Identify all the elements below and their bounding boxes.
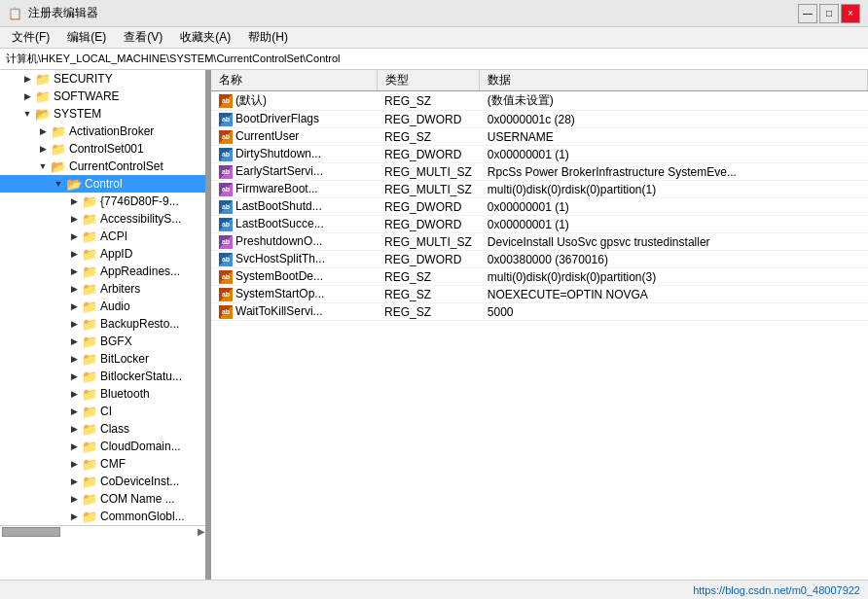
expand-clouddomain[interactable]: ▶ <box>66 439 82 454</box>
menu-edit[interactable]: 编辑(E) <box>59 27 114 48</box>
table-row[interactable]: abWaitToKillServi...REG_SZ5000 <box>211 303 868 321</box>
table-row[interactable]: abFirmwareBoot...REG_MULTI_SZmulti(0)dis… <box>211 181 868 198</box>
tree-scroll-right-btn[interactable]: ▶ <box>198 526 205 537</box>
cell-name: abFirmwareBoot... <box>211 181 377 198</box>
reg-type-icon: ab <box>219 200 233 214</box>
cell-data: 5000 <box>480 303 868 321</box>
col-header-type[interactable]: 类型 <box>377 70 480 91</box>
expand-commonglobl[interactable]: ▶ <box>66 509 82 524</box>
tree-item-arbiters[interactable]: ▶ 📁 Arbiters <box>0 280 205 298</box>
menu-help[interactable]: 帮助(H) <box>240 27 296 48</box>
tree-item-acpi[interactable]: ▶ 📁 ACPI <box>0 228 205 245</box>
cell-data: 0x00380000 (3670016) <box>480 251 868 268</box>
table-row[interactable]: abSvcHostSplitTh...REG_DWORD0x00380000 (… <box>211 251 868 268</box>
tree-label-activationbroker: ActivationBroker <box>69 124 154 138</box>
tree-item-currentcontrolset[interactable]: ▼ 📂 CurrentControlSet <box>0 158 205 175</box>
tree-hscrollbar-thumb[interactable] <box>2 527 60 537</box>
tree-item-codeviceinst[interactable]: ▶ 📁 CoDeviceInst... <box>0 473 205 490</box>
table-row[interactable]: abSystemBootDe...REG_SZmulti(0)disk(0)rd… <box>211 268 868 286</box>
expand-comname[interactable]: ▶ <box>66 491 82 507</box>
tree-item-accessibilitys[interactable]: ▶ 📁 AccessibilityS... <box>0 210 205 228</box>
table-row[interactable]: abSystemStartOp...REG_SZ NOEXECUTE=OPTIN… <box>211 286 868 303</box>
expand-appreadines[interactable]: ▶ <box>66 264 82 279</box>
expand-bitlockerstatu[interactable]: ▶ <box>66 369 82 384</box>
menu-favorites[interactable]: 收藏夹(A) <box>172 27 238 48</box>
expand-activationbroker[interactable]: ▶ <box>35 123 51 139</box>
cell-name-text: SystemBootDe... <box>235 269 323 283</box>
tree-item-clouddomain[interactable]: ▶ 📁 CloudDomain... <box>0 438 205 455</box>
expand-appid[interactable]: ▶ <box>66 246 82 262</box>
tree-hscrollbar[interactable]: ▶ <box>0 525 205 537</box>
expand-arbiters[interactable]: ▶ <box>66 281 82 297</box>
expand-control[interactable]: ▼ <box>51 176 66 192</box>
minimize-button[interactable]: — <box>798 4 817 23</box>
tree-item-bgfx[interactable]: ▶ 📁 BGFX <box>0 333 205 350</box>
expand-codeviceinst[interactable]: ▶ <box>66 474 82 489</box>
expand-bitlocker[interactable]: ▶ <box>66 351 82 367</box>
expand-backupresto[interactable]: ▶ <box>66 316 82 332</box>
status-bar: https://blog.csdn.net/m0_48007922 <box>0 580 868 599</box>
table-row[interactable]: abLastBootSucce...REG_DWORD0x00000001 (1… <box>211 216 868 233</box>
tree-item-backupresto[interactable]: ▶ 📁 BackupResto... <box>0 315 205 333</box>
tree-item-activationbroker[interactable]: ▶ 📁 ActivationBroker <box>0 123 205 140</box>
tree-item-bluetooth[interactable]: ▶ 📁 Bluetooth <box>0 385 205 403</box>
col-header-name[interactable]: 名称 <box>211 70 377 91</box>
tree-item-cmf[interactable]: ▶ 📁 CMF <box>0 455 205 473</box>
menu-view[interactable]: 查看(V) <box>116 27 170 48</box>
expand-audio[interactable]: ▶ <box>66 299 82 314</box>
menu-file[interactable]: 文件(F) <box>4 27 57 48</box>
expand-security[interactable]: ▶ <box>19 71 35 87</box>
expand-acpi[interactable]: ▶ <box>66 229 82 244</box>
reg-type-icon: ab <box>219 113 233 126</box>
table-row[interactable]: abCurrentUserREG_SZUSERNAME <box>211 128 868 146</box>
cell-name: abPreshutdownO... <box>211 233 377 251</box>
cell-name-text: DirtyShutdown... <box>235 147 321 160</box>
tree-item-system[interactable]: ▼ 📂 SYSTEM <box>0 105 205 123</box>
tree-item-commonglobl[interactable]: ▶ 📁 CommonGlobl... <box>0 508 205 525</box>
tree-item-appreadines[interactable]: ▶ 📁 AppReadines... <box>0 263 205 280</box>
expand-ci[interactable]: ▶ <box>66 404 82 419</box>
table-row[interactable]: abEarlyStartServi...REG_MULTI_SZRpcSs Po… <box>211 163 868 181</box>
tree-label-controlset001: ControlSet001 <box>69 142 144 156</box>
tree-item-controlset001[interactable]: ▶ 📁 ControlSet001 <box>0 140 205 158</box>
tree-item-control[interactable]: ▼ 📂 Control <box>0 175 205 193</box>
tree-item-7746d80f[interactable]: ▶ 📁 {7746D80F-9... <box>0 193 205 210</box>
cell-type: REG_SZ <box>377 286 480 303</box>
tree-item-comname[interactable]: ▶ 📁 COM Name ... <box>0 490 205 508</box>
tree-item-ci[interactable]: ▶ 📁 CI <box>0 403 205 420</box>
cell-data: 0x00000001 (1) <box>480 198 868 216</box>
col-header-data[interactable]: 数据 <box>480 70 868 91</box>
expand-system[interactable]: ▼ <box>19 106 35 122</box>
tree-item-audio[interactable]: ▶ 📁 Audio <box>0 298 205 315</box>
registry-table: 名称 类型 数据 ab(默认)REG_SZ(数值未设置)abBootDriver… <box>211 70 868 321</box>
cell-data: multi(0)disk(0)rdisk(0)partition(1) <box>480 181 868 198</box>
table-row[interactable]: abDirtyShutdown...REG_DWORD0x00000001 (1… <box>211 146 868 163</box>
table-row[interactable]: abBootDriverFlagsREG_DWORD0x0000001c (28… <box>211 111 868 128</box>
table-row[interactable]: ab(默认)REG_SZ(数值未设置) <box>211 91 868 111</box>
expand-software[interactable]: ▶ <box>19 88 35 104</box>
table-row[interactable]: abLastBootShutd...REG_DWORD0x00000001 (1… <box>211 198 868 216</box>
expand-cmf[interactable]: ▶ <box>66 456 82 472</box>
tree-label-bitlockerstatu: BitlockerStatu... <box>100 370 182 383</box>
expand-currentcontrolset[interactable]: ▼ <box>35 159 51 174</box>
tree-item-appid[interactable]: ▶ 📁 AppID <box>0 245 205 263</box>
tree-item-bitlocker[interactable]: ▶ 📁 BitLocker <box>0 350 205 368</box>
tree-item-class[interactable]: ▶ 📁 Class <box>0 420 205 438</box>
expand-bluetooth[interactable]: ▶ <box>66 386 82 402</box>
tree-item-bitlockerstatu[interactable]: ▶ 📁 BitlockerStatu... <box>0 368 205 385</box>
table-row[interactable]: abPreshutdownO...REG_MULTI_SZDeviceInsta… <box>211 233 868 251</box>
tree-item-security[interactable]: ▶ 📁 SECURITY <box>0 70 205 88</box>
close-button[interactable]: × <box>841 4 860 23</box>
tree-label-appreadines: AppReadines... <box>100 264 180 278</box>
expand-controlset001[interactable]: ▶ <box>35 141 51 157</box>
tree-label-bluetooth: Bluetooth <box>100 387 150 401</box>
title-bar-title: 注册表编辑器 <box>28 5 98 21</box>
expand-class[interactable]: ▶ <box>66 421 82 437</box>
expand-accessibilitys[interactable]: ▶ <box>66 211 82 227</box>
expand-7746d80f[interactable]: ▶ <box>66 194 82 209</box>
folder-icon-currentcontrolset: 📂 <box>51 159 66 174</box>
folder-icon-codeviceinst: 📁 <box>82 475 97 489</box>
expand-bgfx[interactable]: ▶ <box>66 334 82 349</box>
maximize-button[interactable]: □ <box>819 4 839 23</box>
tree-item-software[interactable]: ▶ 📁 SOFTWARE <box>0 88 205 105</box>
